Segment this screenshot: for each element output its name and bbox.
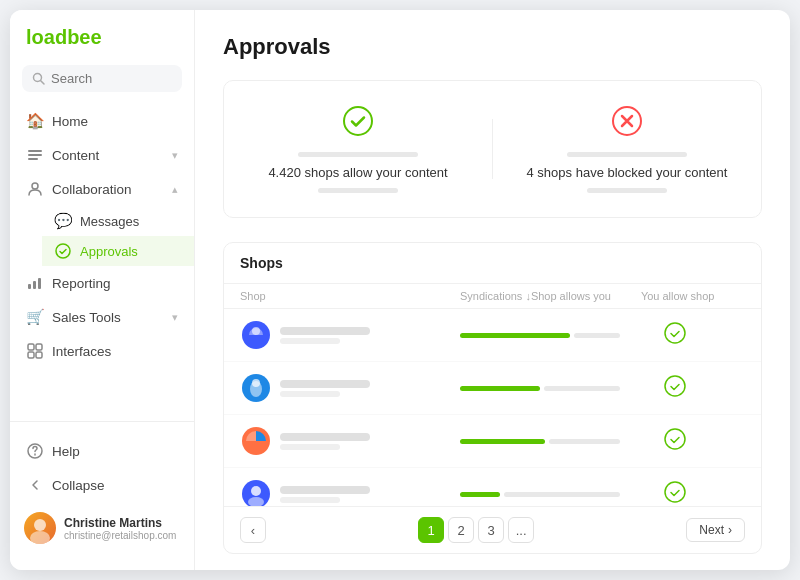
- sidebar-item-home[interactable]: 🏠 Home: [10, 104, 194, 138]
- syndication-bar: [460, 333, 570, 338]
- shop-name-placeholder: [280, 433, 370, 441]
- sidebar-item-collapse[interactable]: Collapse: [10, 468, 194, 502]
- svg-point-15: [34, 519, 46, 531]
- page-number-button[interactable]: 3: [478, 517, 504, 543]
- svg-point-25: [665, 376, 685, 396]
- page-title: Approvals: [223, 34, 762, 60]
- syndication-track: [549, 439, 620, 444]
- sidebar-item-approvals[interactable]: Approvals: [42, 236, 194, 266]
- user-info: Christine Martins christine@retailshop.c…: [64, 516, 176, 541]
- help-icon: [26, 442, 44, 460]
- shop-cell: [240, 319, 460, 351]
- syndication-track: [504, 492, 620, 497]
- search-box[interactable]: [22, 65, 182, 92]
- user-name: Christine Martins: [64, 516, 176, 530]
- syndication-bar: [460, 492, 500, 497]
- home-icon: 🏠: [26, 112, 44, 130]
- table-columns: Shop Syndications ↓ Shop allows you You …: [224, 284, 761, 309]
- sidebar-bottom: Help Collapse Christine Martins christin…: [10, 421, 194, 554]
- svg-point-29: [251, 486, 261, 496]
- nav-section: 🏠 Home Content ▾ Collaboration ▴: [10, 104, 194, 421]
- sidebar-item-collaboration[interactable]: Collaboration ▴: [10, 172, 194, 206]
- svg-rect-10: [28, 344, 34, 350]
- sidebar-item-collapse-label: Collapse: [52, 478, 105, 493]
- shop-allows-icon: [664, 322, 686, 348]
- svg-point-21: [665, 323, 685, 343]
- shop-allows-icon: [664, 375, 686, 401]
- sidebar-item-interfaces[interactable]: Interfaces: [10, 334, 194, 368]
- syndication-cell: [460, 439, 620, 444]
- prev-page-button[interactable]: ‹: [240, 517, 266, 543]
- shop-logo: [240, 319, 272, 351]
- sidebar-item-help[interactable]: Help: [10, 434, 194, 468]
- next-arrow-icon: ›: [728, 523, 732, 537]
- shop-logo: [240, 372, 272, 404]
- shop-allows-cell: [620, 375, 730, 401]
- sales-tools-icon: 🛒: [26, 308, 44, 326]
- interfaces-icon: [26, 342, 44, 360]
- syndication-cell: [460, 492, 620, 497]
- svg-rect-4: [28, 158, 38, 160]
- sidebar-item-interfaces-label: Interfaces: [52, 344, 111, 359]
- shop-name-placeholder: [280, 327, 370, 335]
- approvals-icon: [54, 242, 72, 260]
- stats-area: 4.420 shops allow your content 4 shops h…: [223, 80, 762, 218]
- col-syndications[interactable]: Syndications ↓: [460, 290, 531, 302]
- page-number-button[interactable]: 2: [448, 517, 474, 543]
- logo-text1: load: [26, 26, 67, 48]
- user-profile-row[interactable]: Christine Martins christine@retailshop.c…: [10, 502, 194, 554]
- shop-cell: [240, 478, 460, 506]
- sidebar-item-content[interactable]: Content ▾: [10, 138, 194, 172]
- svg-point-5: [32, 183, 38, 189]
- app-window: loadbee 🏠 Home Content ▾: [10, 10, 790, 570]
- sidebar-item-collaboration-label: Collaboration: [52, 182, 132, 197]
- stat-divider: [492, 119, 493, 179]
- page-number-button[interactable]: 1: [418, 517, 444, 543]
- syndication-track: [544, 386, 620, 391]
- svg-point-17: [344, 107, 372, 135]
- page-number-button[interactable]: ...: [508, 517, 534, 543]
- table-row: [224, 362, 761, 415]
- shops-table: Shops Shop Syndications ↓ Shop allows yo…: [223, 242, 762, 554]
- collaboration-icon: [26, 180, 44, 198]
- allowed-bar2: [318, 188, 398, 193]
- collaboration-chevron-icon: ▴: [172, 183, 178, 196]
- svg-rect-3: [28, 154, 42, 156]
- shop-text: [280, 433, 370, 450]
- svg-point-6: [56, 244, 70, 258]
- svg-rect-11: [36, 344, 42, 350]
- search-icon: [32, 72, 45, 85]
- shop-cell: [240, 425, 460, 457]
- stat-blocked: 4 shops have blocked your content: [517, 105, 737, 193]
- shop-cell: [240, 372, 460, 404]
- svg-point-24: [252, 379, 260, 387]
- sidebar-item-messages[interactable]: 💬 Messages: [42, 206, 194, 236]
- svg-point-16: [30, 531, 50, 544]
- sidebar-item-home-label: Home: [52, 114, 88, 129]
- syndication-bar: [460, 439, 545, 444]
- table-body: [224, 309, 761, 506]
- svg-rect-2: [28, 150, 42, 152]
- shop-allows-cell: [620, 481, 730, 506]
- svg-rect-7: [28, 284, 31, 289]
- stat-allowed: 4.420 shops allow your content: [248, 105, 468, 193]
- shop-text: [280, 327, 370, 344]
- logo: loadbee: [10, 26, 194, 65]
- main-content: Approvals 4.420 shops allow your content…: [195, 10, 790, 570]
- syndication-cell: [460, 333, 620, 338]
- svg-point-20: [252, 327, 260, 335]
- syndication-bar: [460, 386, 540, 391]
- shop-allows-icon: [664, 481, 686, 506]
- sales-tools-chevron-icon: ▾: [172, 311, 178, 324]
- content-icon: [26, 146, 44, 164]
- search-input[interactable]: [51, 71, 172, 86]
- messages-icon: 💬: [54, 212, 72, 230]
- shop-sub-placeholder: [280, 444, 340, 450]
- allowed-bar: [298, 152, 418, 157]
- next-label: Next: [699, 523, 724, 537]
- sidebar-item-reporting[interactable]: Reporting: [10, 266, 194, 300]
- shop-name-placeholder: [280, 380, 370, 388]
- sidebar-item-sales-tools[interactable]: 🛒 Sales Tools ▾: [10, 300, 194, 334]
- user-email: christine@retailshop.com: [64, 530, 176, 541]
- next-page-button[interactable]: Next ›: [686, 518, 745, 542]
